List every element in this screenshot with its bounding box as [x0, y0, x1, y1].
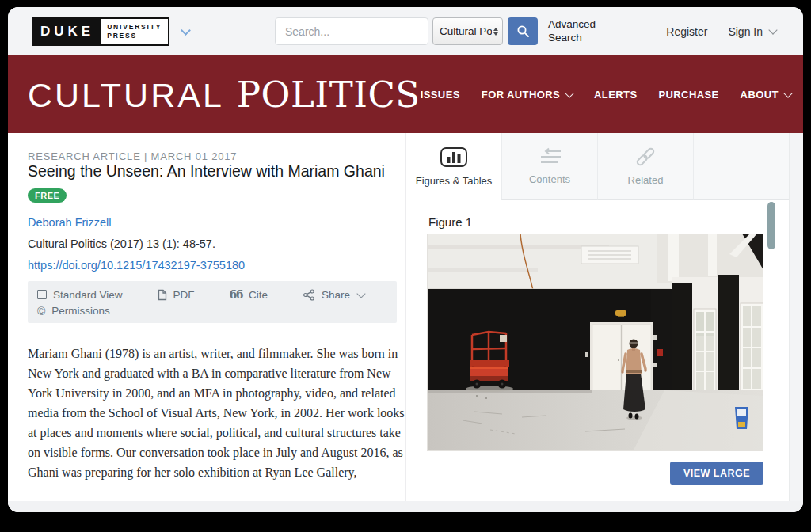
search-icon — [516, 25, 530, 38]
quote-icon: 66 — [230, 288, 242, 301]
select-stepper-icon — [493, 28, 498, 36]
list-indent-icon — [535, 147, 564, 166]
browser-window: DUKE UNIVERSITY PRESS Cultural Polit — [8, 7, 803, 512]
chevron-down-icon — [768, 25, 777, 34]
tab-label: Related — [628, 174, 664, 186]
article-kicker: RESEARCH ARTICLE | MARCH 01 2017 — [28, 150, 237, 162]
search-input[interactable] — [275, 17, 428, 45]
advanced-search-link[interactable]: Advanced Search — [548, 18, 605, 45]
journal-nav: ISSUES FOR AUTHORS ALERTS PURCHASE ABOUT — [421, 89, 791, 101]
nav-item-for-authors[interactable]: FOR AUTHORS — [482, 89, 573, 101]
search-scope-select[interactable]: Cultural Polit — [432, 17, 503, 45]
chain-link-icon — [631, 146, 660, 167]
chevron-down-icon — [783, 89, 792, 97]
tab-empty — [693, 133, 789, 200]
chevron-down-icon[interactable] — [181, 25, 191, 36]
view-large-button[interactable]: VIEW LARGE — [670, 462, 763, 484]
abstract-text: Mariam Ghani (1978) is an artist, writer… — [28, 344, 408, 482]
standard-view-button[interactable]: Standard View — [37, 289, 123, 301]
free-access-badge: FREE — [28, 188, 67, 203]
pdf-button[interactable]: PDF — [158, 289, 195, 301]
search-button[interactable] — [508, 17, 538, 45]
sign-in-link[interactable]: Sign In — [728, 25, 776, 38]
search-bar: Cultural Polit Advanced Search — [275, 17, 605, 45]
tab-label: Figures & Tables — [416, 175, 493, 187]
panel-tabs: Figures & Tables Contents Re — [406, 133, 789, 200]
copyright-icon: © — [37, 306, 45, 317]
journal-title[interactable]: CULTURAL POLITICS — [28, 74, 421, 116]
square-icon — [37, 290, 47, 299]
side-panel: Figures & Tables Contents Re — [406, 133, 803, 501]
article-toolbar: Standard View PDF 66 Cite — [28, 281, 397, 323]
figure-image[interactable] — [427, 234, 763, 451]
permissions-button[interactable]: © Permissions — [37, 305, 110, 317]
journal-title-word2: POLITICS — [237, 74, 421, 116]
figure-label: Figure 1 — [428, 215, 472, 229]
journal-banner: CULTURAL POLITICS ISSUES FOR AUTHORS ALE… — [8, 55, 803, 133]
site-header: DUKE UNIVERSITY PRESS Cultural Polit — [8, 7, 803, 55]
search-scope-value: Cultural Polit — [440, 25, 492, 37]
pdf-file-icon — [158, 289, 167, 301]
panel-right-gutter — [789, 133, 803, 501]
tab-related[interactable]: Related — [597, 133, 693, 200]
doi-link[interactable]: https://doi.org/10.1215/17432197-3755180 — [28, 259, 245, 272]
register-link[interactable]: Register — [666, 25, 707, 38]
share-button[interactable]: Share — [303, 289, 364, 301]
author-link[interactable]: Deborah Frizzell — [28, 216, 112, 229]
gallery-photo — [427, 234, 763, 451]
nav-item-issues[interactable]: ISSUES — [421, 89, 460, 101]
nav-item-alerts[interactable]: ALERTS — [594, 89, 637, 101]
window-footer-strip — [8, 501, 803, 512]
panel-scrollbar-thumb[interactable] — [767, 202, 775, 249]
tab-figures-tables[interactable]: Figures & Tables — [406, 133, 501, 200]
chevron-down-icon — [356, 289, 365, 298]
chevron-down-icon — [565, 89, 573, 97]
nav-item-about[interactable]: ABOUT — [741, 89, 791, 101]
journal-title-word1: CULTURAL — [28, 76, 224, 115]
page-title: Seeing the Unseen: An Interview with Mar… — [28, 162, 385, 180]
share-icon — [303, 289, 315, 301]
logo-university-press-text: UNIVERSITY PRESS — [99, 17, 169, 46]
citation-text: Cultural Politics (2017) 13 (1): 48-57. — [28, 238, 215, 250]
duke-university-press-logo[interactable]: DUKE UNIVERSITY PRESS — [32, 17, 189, 46]
account-links: Register Sign In — [666, 7, 776, 55]
bar-chart-icon — [439, 146, 469, 168]
cite-button[interactable]: 66 Cite — [230, 288, 268, 301]
logo-duke-text: DUKE — [32, 17, 99, 46]
tab-label: Contents — [529, 173, 570, 185]
tab-contents[interactable]: Contents — [501, 133, 597, 200]
nav-item-purchase[interactable]: PURCHASE — [658, 89, 718, 101]
